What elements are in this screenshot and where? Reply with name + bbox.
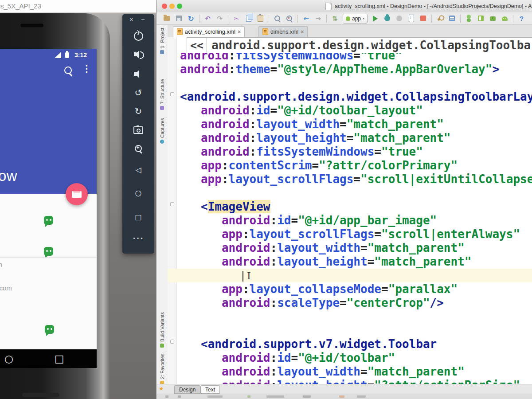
- emu-more-button[interactable]: •••: [122, 231, 154, 246]
- panel-minimize-button[interactable]: −: [141, 16, 145, 23]
- volume-up-button[interactable]: [122, 47, 154, 62]
- panel-close-button[interactable]: ×: [129, 16, 133, 23]
- design-mode-tab[interactable]: Design: [174, 385, 200, 394]
- zoom-button[interactable]: [122, 141, 154, 156]
- code-area[interactable]: android:fitsSystemWindows="true"android:…: [180, 49, 532, 384]
- tab-label: activity_scrolling.xml: [185, 29, 235, 35]
- replace-icon: [286, 16, 292, 21]
- gradle-make-button[interactable]: [436, 14, 445, 23]
- status-icons: [303, 395, 311, 398]
- toolwindow-project[interactable]: 1: Project: [157, 27, 167, 54]
- run-button[interactable]: [371, 14, 380, 23]
- find-button[interactable]: [273, 14, 282, 23]
- signal-icon: [55, 52, 61, 58]
- attach-debugger-button[interactable]: [407, 14, 416, 23]
- code-line[interactable]: android:fitsSystemWindows="true": [180, 145, 532, 159]
- code-line[interactable]: android:layout_width="match_parent": [180, 365, 532, 379]
- code-line[interactable]: <android.support.design.widget.Collapsin…: [180, 90, 532, 104]
- code-line[interactable]: app:layout_scrollFlags="scroll|enterAlwa…: [180, 227, 532, 241]
- code-line[interactable]: android:layout_width="match_parent": [180, 241, 532, 255]
- toolwindow-build-variants[interactable]: Build Variants: [157, 309, 167, 348]
- volume-down-button[interactable]: [122, 66, 154, 82]
- toolwindow-favorites[interactable]: 2: Favorites: [157, 356, 167, 385]
- sync-button[interactable]: ↻: [187, 14, 196, 23]
- search-icon[interactable]: [64, 66, 72, 74]
- code-line[interactable]: I: [168, 269, 532, 282]
- rotate-right-button[interactable]: ↻: [122, 104, 154, 119]
- code-line[interactable]: android:id="@+id/app_bar_image": [180, 214, 532, 227]
- rotate-left-button[interactable]: ↺: [122, 85, 154, 100]
- code-line[interactable]: android:id="@+id/toolbar": [180, 351, 532, 365]
- code-line[interactable]: android:layout_width="match_parent": [180, 117, 532, 131]
- toolwindow-structure[interactable]: 7: Structure: [157, 79, 167, 110]
- favorites-star-icon[interactable]: ★: [159, 385, 164, 392]
- code-line[interactable]: app:layout_collapseMode="parallax": [180, 282, 532, 296]
- recents-button[interactable]: □: [55, 349, 64, 368]
- fold-marker[interactable]: [170, 340, 174, 344]
- code-line[interactable]: [180, 186, 532, 200]
- code-line[interactable]: android:scaleType="centerCrop"/>: [180, 296, 532, 310]
- power-button[interactable]: [122, 28, 154, 43]
- zoom-window-button[interactable]: [177, 4, 182, 9]
- copy-button[interactable]: [244, 14, 253, 23]
- chat-icon[interactable]: [44, 247, 53, 256]
- code-line[interactable]: android:layout_height="?attr/actionBarSi…: [180, 379, 532, 384]
- sdk-manager-button[interactable]: [489, 14, 497, 23]
- code-line[interactable]: <ImageView: [180, 200, 532, 214]
- layout-inspector-button[interactable]: [477, 14, 485, 23]
- chat-icon[interactable]: [44, 216, 53, 225]
- code-editor[interactable]: android:fitsSystemWindows="true"android:…: [168, 37, 532, 384]
- emu-home-button[interactable]: ○: [122, 185, 154, 200]
- email-fragment: om: [0, 261, 2, 268]
- screenshot-button[interactable]: [122, 122, 154, 137]
- overflow-menu-icon[interactable]: ⋮: [82, 64, 91, 73]
- code-line[interactable]: [180, 76, 532, 90]
- back-button[interactable]: ←: [302, 14, 311, 23]
- tab-activity-scrolling[interactable]: activity_scrolling.xml ×: [173, 26, 245, 37]
- paste-button[interactable]: [256, 14, 265, 23]
- document-icon: [325, 3, 332, 10]
- code-line[interactable]: app:contentScrim="?attr/colorPrimary": [180, 159, 532, 172]
- close-window-button[interactable]: [162, 4, 167, 9]
- code-line[interactable]: <android.support.v7.widget.Toolbar: [180, 337, 532, 351]
- android-monitor-button[interactable]: [465, 14, 473, 23]
- save-button[interactable]: [175, 14, 184, 23]
- replace-button[interactable]: [285, 14, 294, 23]
- code-line[interactable]: app:layout_scrollFlags="scroll|exitUntil…: [180, 172, 532, 186]
- stop-button[interactable]: [419, 14, 428, 23]
- avd-manager-button[interactable]: [501, 14, 509, 23]
- emu-back-button[interactable]: ◁: [122, 162, 154, 177]
- fold-marker[interactable]: [170, 202, 174, 206]
- chat-icon[interactable]: [45, 325, 54, 334]
- code-line[interactable]: android:layout_height="match_parent": [180, 255, 532, 269]
- text-mode-tab[interactable]: Text: [200, 385, 220, 394]
- toolwindow-label: 2: Favorites: [160, 354, 165, 379]
- toolwindow-captures[interactable]: Captures: [157, 118, 167, 144]
- code-line[interactable]: android:layout_height="match_parent": [180, 131, 532, 145]
- help-button[interactable]: ?: [517, 14, 526, 23]
- fold-marker[interactable]: [170, 92, 174, 96]
- code-line[interactable]: android:theme="@style/AppTheme.AppBarOve…: [180, 63, 532, 76]
- undo-button[interactable]: ↶: [203, 14, 212, 23]
- tab-close-icon[interactable]: ×: [238, 29, 241, 35]
- debug-button[interactable]: [383, 14, 392, 23]
- project-structure-button[interactable]: [448, 14, 457, 23]
- lens-back-icon[interactable]: <<: [187, 38, 207, 53]
- open-button[interactable]: [163, 14, 172, 23]
- editor-mode-bar: ★ Design Text: [156, 384, 532, 394]
- code-line[interactable]: [180, 310, 532, 324]
- tab-close-icon[interactable]: ×: [301, 29, 304, 35]
- redo-button[interactable]: ↷: [215, 14, 224, 23]
- sort-button[interactable]: ⇅: [331, 14, 340, 23]
- emu-overview-button[interactable]: □: [122, 209, 154, 224]
- email-fab-button[interactable]: [66, 183, 88, 205]
- code-line[interactable]: [180, 324, 532, 337]
- run-config-select[interactable]: app ▾: [343, 14, 368, 23]
- code-line[interactable]: android:id="@+id/toolbar_layout": [180, 104, 532, 117]
- tab-dimens[interactable]: dimens.xml ×: [258, 26, 308, 37]
- phone-bezel: 3:12 ⋮ ow 4 a om e.com 4 ○: [0, 13, 110, 399]
- forward-button[interactable]: →: [314, 14, 323, 23]
- home-button[interactable]: ○: [4, 349, 13, 368]
- minimize-window-button[interactable]: [169, 4, 175, 9]
- cut-button[interactable]: ✂: [232, 14, 241, 23]
